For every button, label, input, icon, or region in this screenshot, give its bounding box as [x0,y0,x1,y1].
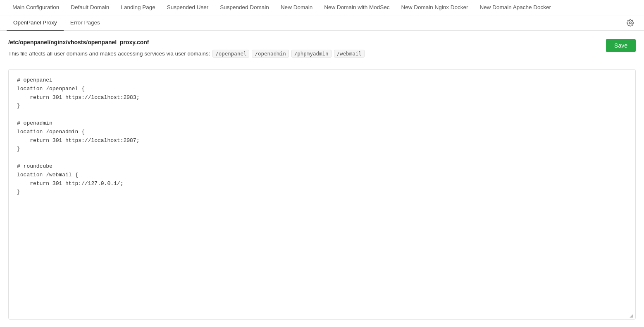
path-badge-phpmyadmin: /phpmyadmin [291,50,332,58]
description-text: This file affects all user domains and m… [8,50,210,57]
header-row: /etc/openpanel/nginx/vhosts/openpanel_pr… [8,39,636,64]
file-path: /etc/openpanel/nginx/vhosts/openpanel_pr… [8,39,606,46]
gear-icon [627,19,634,26]
path-badge-openadmin: /openadmin [252,50,289,58]
code-editor-wrapper: ◢ [8,69,636,320]
resize-handle: ◢ [630,313,634,318]
svg-point-0 [630,22,632,24]
top-nav: Main ConfigurationDefault DomainLanding … [0,0,644,15]
top-nav-item-new-domain-modsec[interactable]: New Domain with ModSec [318,0,395,15]
path-badge-webmail: /webmail [334,50,365,58]
main-content: /etc/openpanel/nginx/vhosts/openpanel_pr… [0,31,644,327]
tab-item-openpanel-proxy[interactable]: OpenPanel Proxy [7,15,64,31]
tab-item-error-pages[interactable]: Error Pages [64,15,107,31]
path-badge-openpanel: /openpanel [212,50,249,58]
top-nav-item-new-domain-apache-docker[interactable]: New Domain Apache Docker [474,0,557,15]
top-nav-item-new-domain-nginx-docker[interactable]: New Domain Nginx Docker [395,0,474,15]
settings-icon-button[interactable] [623,16,637,30]
top-nav-item-default-domain[interactable]: Default Domain [65,0,115,15]
top-nav-item-new-domain[interactable]: New Domain [275,0,318,15]
top-nav-item-main-configuration[interactable]: Main Configuration [7,0,65,15]
top-nav-item-suspended-user[interactable]: Suspended User [161,0,215,15]
description-row: This file affects all user domains and m… [8,50,606,58]
top-nav-item-suspended-domain[interactable]: Suspended Domain [214,0,275,15]
header-left: /etc/openpanel/nginx/vhosts/openpanel_pr… [8,39,606,64]
top-nav-item-landing-page[interactable]: Landing Page [115,0,161,15]
code-editor[interactable] [9,70,635,318]
save-button[interactable]: Save [606,39,636,52]
tab-row: OpenPanel ProxyError Pages [0,15,644,31]
